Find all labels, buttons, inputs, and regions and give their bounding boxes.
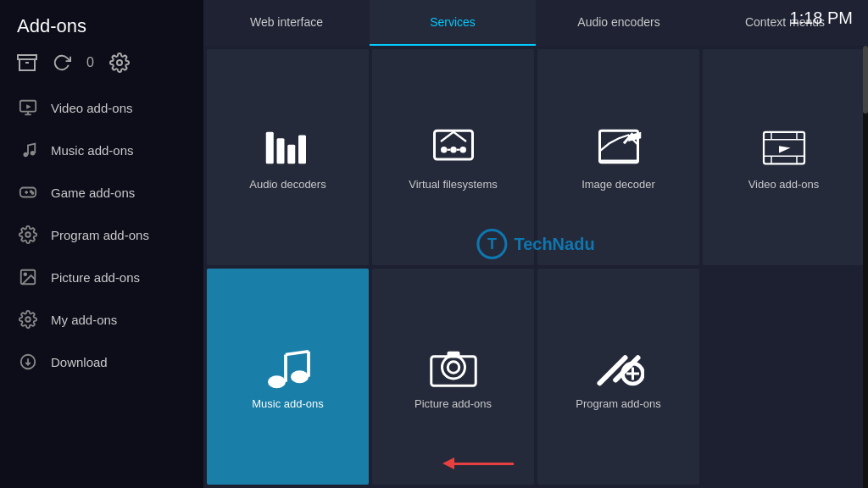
grid-item-program-addons[interactable]: Program add-ons — [537, 269, 699, 485]
picture-addons-label: Picture add-ons — [51, 270, 140, 285]
sidebar-item-my-addons[interactable]: My add-ons — [0, 298, 203, 341]
sidebar-item-video-addons[interactable]: Video add-ons — [0, 86, 203, 129]
video-addons-grid-label: Video add-ons — [748, 178, 820, 191]
main-content: 1:18 PM Web interface Services Audio enc… — [203, 0, 868, 488]
grid-item-music-addons[interactable]: Music add-ons — [207, 269, 369, 485]
audio-decoders-label: Audio decoders — [249, 178, 326, 191]
svg-line-46 — [286, 351, 309, 354]
svg-point-17 — [25, 317, 31, 322]
picture-addons-grid-label: Picture add-ons — [415, 397, 492, 410]
svg-point-42 — [268, 375, 286, 388]
music-addons-label: Music add-ons — [51, 143, 134, 158]
svg-point-43 — [291, 370, 309, 383]
svg-point-16 — [24, 273, 26, 275]
svg-point-48 — [448, 361, 459, 373]
grid-item-empty — [703, 269, 865, 485]
refresh-count-badge: 0 — [86, 55, 94, 70]
svg-point-26 — [450, 147, 457, 153]
grid-item-image-decoder[interactable]: Image decoder — [537, 49, 699, 265]
my-addons-icon — [17, 308, 39, 330]
scrollbar-thumb[interactable] — [863, 46, 868, 114]
grid-item-picture-addons[interactable]: Picture add-ons — [372, 269, 534, 485]
music-addons-grid-label: Music add-ons — [252, 397, 324, 410]
download-icon — [17, 351, 39, 373]
grid-item-virtual-filesystems[interactable]: Virtual filesystems — [372, 49, 534, 265]
sidebar-navigation: Video add-ons Music add-ons — [0, 86, 203, 383]
program-addons-label: Program add-ons — [51, 228, 149, 242]
video-addons-icon — [17, 97, 39, 119]
time-display: 1:18 PM — [790, 8, 853, 28]
game-addons-icon — [17, 181, 39, 203]
tab-services[interactable]: Services — [370, 0, 536, 46]
sidebar-item-music-addons[interactable]: Music add-ons — [0, 129, 203, 171]
refresh-icon[interactable] — [53, 53, 71, 72]
video-addons-label: Video add-ons — [51, 101, 132, 115]
scrollbar-track[interactable] — [863, 46, 868, 488]
sidebar-item-picture-addons[interactable]: Picture add-ons — [0, 256, 203, 298]
sidebar-title: Add-ons — [0, 0, 203, 46]
svg-point-14 — [25, 232, 31, 237]
svg-point-47 — [442, 356, 465, 379]
image-decoder-label: Image decoder — [581, 178, 655, 191]
svg-marker-41 — [779, 146, 791, 152]
sidebar-item-program-addons[interactable]: Program add-ons — [0, 214, 203, 256]
grid-item-video-addons[interactable]: Video add-ons — [703, 49, 865, 265]
svg-rect-20 — [265, 131, 273, 164]
virtual-filesystems-label: Virtual filesystems — [409, 178, 498, 191]
sidebar-item-game-addons[interactable]: Game add-ons — [0, 171, 203, 214]
svg-marker-4 — [26, 104, 31, 108]
svg-rect-24 — [434, 130, 472, 159]
svg-point-13 — [32, 192, 34, 194]
addons-grid: Audio decoders Virtual filesystems — [203, 46, 868, 488]
music-addons-icon — [17, 139, 39, 161]
settings-icon[interactable] — [109, 53, 130, 73]
svg-rect-22 — [287, 144, 295, 164]
sidebar-icon-bar: 0 — [0, 46, 203, 83]
grid-item-audio-decoders[interactable]: Audio decoders — [207, 49, 369, 265]
tab-audio-encoders[interactable]: Audio encoders — [536, 0, 702, 46]
game-addons-label: Game add-ons — [51, 186, 135, 200]
program-addons-icon — [17, 224, 39, 246]
tab-web-interface[interactable]: Web interface — [203, 0, 370, 46]
sidebar-item-download[interactable]: Download — [0, 341, 203, 383]
tab-bar: Web interface Services Audio encoders Co… — [203, 0, 868, 46]
svg-rect-23 — [298, 135, 306, 164]
svg-point-2 — [117, 60, 122, 65]
svg-rect-0 — [18, 55, 36, 59]
box-icon[interactable] — [17, 53, 37, 73]
svg-rect-21 — [276, 138, 284, 164]
download-label: Download — [51, 355, 108, 369]
sidebar: Add-ons 0 — [0, 0, 203, 488]
picture-addons-icon — [17, 266, 39, 288]
program-addons-grid-label: Program add-ons — [576, 397, 660, 410]
svg-point-27 — [459, 147, 466, 153]
svg-point-25 — [441, 147, 448, 153]
my-addons-label: My add-ons — [51, 313, 117, 327]
